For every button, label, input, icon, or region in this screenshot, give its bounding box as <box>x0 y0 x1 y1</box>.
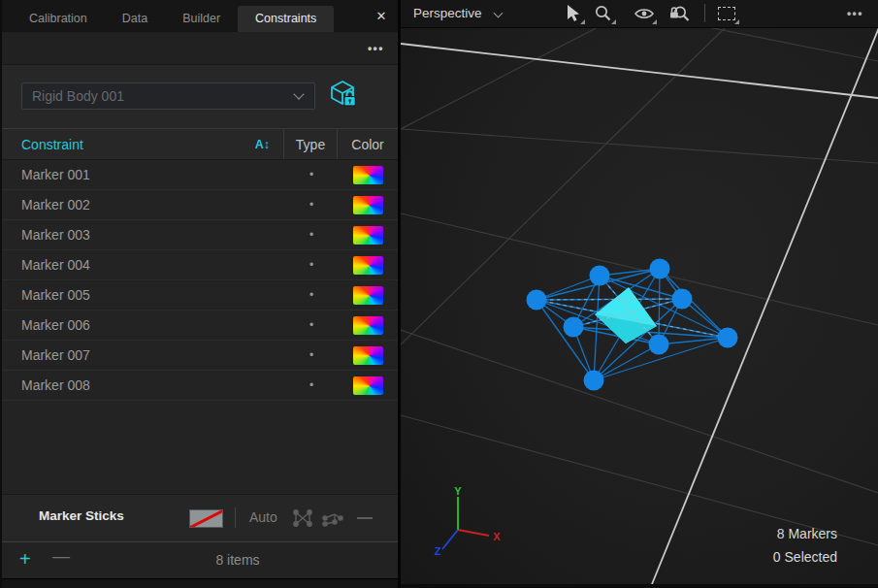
color-swatch[interactable] <box>353 286 383 305</box>
color-swatch[interactable] <box>353 346 383 365</box>
remove-stick-icon[interactable] <box>357 517 373 519</box>
remove-button[interactable]: — <box>52 546 70 567</box>
viewport-bottom-edge <box>401 584 878 588</box>
type-dot-icon: • <box>285 318 338 332</box>
table-row[interactable]: Marker 002• <box>2 190 398 220</box>
tab-data[interactable]: Data <box>105 6 165 32</box>
type-dot-icon: • <box>285 258 338 272</box>
color-swatch[interactable] <box>353 316 383 335</box>
type-dot-icon: • <box>285 348 338 362</box>
marker-name: Marker 002 <box>2 197 285 212</box>
no-color-stripe-icon <box>189 509 223 528</box>
chevron-down-icon <box>494 9 504 18</box>
close-panel-icon[interactable]: ✕ <box>373 7 390 24</box>
tab-builder[interactable]: Builder <box>165 6 238 32</box>
divider <box>235 507 236 528</box>
zoom-tool-icon[interactable] <box>592 4 615 23</box>
svg-text:Z: Z <box>435 545 441 557</box>
tab-bar: CalibrationDataBuilderConstraints✕ <box>2 0 398 32</box>
table-row[interactable]: Marker 005• <box>2 280 398 310</box>
hud-marker-count: 8 Markers <box>777 526 837 541</box>
constraint-header-label: Constraint <box>21 137 83 152</box>
marker-name: Marker 001 <box>2 167 285 182</box>
table-row[interactable]: Marker 001• <box>2 160 398 190</box>
viewport-canvas-wrap: XYZ Perspective <box>401 0 878 588</box>
svg-text:X: X <box>493 531 501 542</box>
rigid-body-selector-section: Rigid Body 001 <box>2 64 398 128</box>
rigid-body-dropdown[interactable]: Rigid Body 001 <box>21 82 315 110</box>
column-header-color[interactable]: Color <box>337 130 398 159</box>
hud-selected-count: 0 Selected <box>773 549 837 565</box>
color-swatch[interactable] <box>353 166 383 184</box>
panel-bottom-edge <box>2 578 398 588</box>
toolbar-divider <box>704 4 705 22</box>
visibility-tool-icon[interactable] <box>633 4 656 23</box>
tab-calibration[interactable]: Calibration <box>12 6 105 32</box>
add-button[interactable]: + <box>19 548 31 571</box>
color-swatch[interactable] <box>353 226 383 245</box>
rigid-body-dropdown-value: Rigid Body 001 <box>22 88 295 104</box>
type-dot-icon: • <box>285 378 338 392</box>
marker-name: Marker 006 <box>2 317 285 333</box>
type-dot-icon: • <box>285 228 338 242</box>
chevron-down-icon <box>293 88 304 99</box>
camera-mode-dropdown[interactable]: Perspective <box>413 6 482 20</box>
zoom-lock-tool-icon[interactable] <box>667 4 691 23</box>
viewport-3d: XYZ Perspective <box>398 0 878 588</box>
constraints-panel: CalibrationDataBuilderConstraints✕ ••• R… <box>0 0 398 588</box>
marker-name: Marker 008 <box>2 377 285 393</box>
marker-sticks-toolbar: Marker Sticks Auto <box>2 494 398 541</box>
rigid-body-lock-icon[interactable] <box>326 78 361 113</box>
marker-name: Marker 004 <box>2 257 285 273</box>
item-count: 8 items <box>215 552 259 568</box>
type-dot-icon: • <box>285 288 338 302</box>
column-header-type[interactable]: Type <box>283 130 337 159</box>
column-header-constraint[interactable]: Constraint A↕ <box>2 137 283 152</box>
viewport-options-icon[interactable]: ••• <box>847 7 863 20</box>
table-row[interactable]: Marker 003• <box>2 220 398 250</box>
table-row[interactable]: Marker 007• <box>2 341 398 371</box>
table-row[interactable]: Marker 006• <box>2 310 398 341</box>
selection-rectangle-tool-icon[interactable] <box>718 7 735 20</box>
viewport-canvas[interactable]: XYZ <box>401 0 878 588</box>
table-header: Constraint A↕ Type Color <box>2 128 398 160</box>
color-swatch[interactable] <box>353 376 383 395</box>
panel-footer: + — 8 items <box>2 541 398 578</box>
panel-menu-strip: ••• <box>2 32 398 64</box>
stick-color-swatch-button[interactable] <box>189 509 223 528</box>
marker-name: Marker 007 <box>2 347 285 363</box>
application-window: CalibrationDataBuilderConstraints✕ ••• R… <box>0 0 878 588</box>
viewport-toolbar: Perspective <box>401 0 878 28</box>
tab-constraints[interactable]: Constraints <box>238 6 334 32</box>
panel-options-icon[interactable]: ••• <box>368 42 384 55</box>
marker-name: Marker 003 <box>2 227 285 243</box>
svg-text:Y: Y <box>454 485 462 497</box>
select-tool-icon[interactable] <box>561 4 584 23</box>
type-dot-icon: • <box>285 168 338 181</box>
marker-name: Marker 005 <box>2 287 285 303</box>
constraint-rows: Marker 001•Marker 002•Marker 003•Marker … <box>2 160 398 494</box>
auto-sticks-chain-icon[interactable] <box>322 508 343 532</box>
auto-label: Auto <box>249 509 277 525</box>
sort-icon[interactable]: A↕ <box>255 138 270 151</box>
table-row[interactable]: Marker 004• <box>2 250 398 280</box>
color-swatch[interactable] <box>353 196 383 214</box>
type-dot-icon: • <box>285 198 338 212</box>
marker-sticks-label: Marker Sticks <box>39 508 124 523</box>
auto-sticks-all-icon[interactable] <box>292 508 313 532</box>
color-swatch[interactable] <box>353 256 383 275</box>
table-row[interactable]: Marker 008• <box>2 371 398 401</box>
